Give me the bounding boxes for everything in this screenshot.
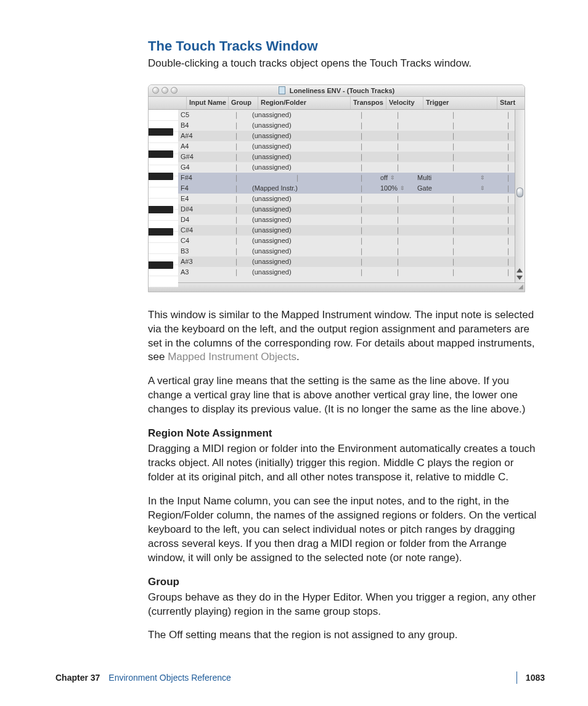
cell-group[interactable]: ❘ bbox=[220, 257, 250, 267]
cell-region-folder[interactable]: (unassigned) bbox=[250, 246, 342, 257]
col-trigger[interactable]: Trigger bbox=[423, 97, 497, 109]
cell-velocity[interactable]: ❘ bbox=[378, 162, 415, 173]
cell-region-folder[interactable]: (unassigned) bbox=[250, 267, 342, 277]
cell-transpos[interactable]: ❘ bbox=[342, 141, 378, 152]
cell-input-name[interactable]: B4 bbox=[178, 120, 220, 131]
cell-trigger[interactable]: ❘ bbox=[415, 110, 489, 120]
cell-transpos[interactable]: ❘ bbox=[342, 110, 378, 120]
cell-region-folder[interactable]: (unassigned) bbox=[250, 120, 342, 131]
piano-key[interactable] bbox=[149, 210, 178, 221]
cell-input-name[interactable]: G4 bbox=[178, 162, 220, 173]
cell-region-folder[interactable]: (unassigned) bbox=[250, 162, 342, 173]
cell-transpos[interactable]: ❘ bbox=[342, 183, 378, 194]
cell-region-folder[interactable]: (unassigned) bbox=[250, 236, 342, 246]
cell-velocity[interactable]: ❘ bbox=[378, 246, 415, 257]
cell-trigger[interactable]: ❘ bbox=[415, 204, 489, 215]
table-row[interactable]: A4❘(unassigned)❘❘❘❘ bbox=[178, 141, 525, 152]
col-start[interactable]: Start bbox=[497, 97, 525, 109]
window-traffic-lights[interactable] bbox=[152, 87, 178, 94]
cell-trigger[interactable]: ❘ bbox=[415, 120, 489, 131]
cell-velocity[interactable]: off⇳ bbox=[378, 173, 415, 183]
cell-region-folder[interactable]: (Mapped Instr.) bbox=[250, 183, 342, 194]
cell-input-name[interactable]: A4 bbox=[178, 141, 220, 152]
col-region-folder[interactable]: Region/Folder bbox=[258, 97, 351, 109]
cell-velocity[interactable]: ❘ bbox=[378, 236, 415, 246]
piano-key[interactable] bbox=[149, 232, 178, 243]
cell-trigger[interactable]: ❘ bbox=[415, 215, 489, 225]
cell-velocity[interactable]: ❘ bbox=[378, 141, 415, 152]
cell-velocity[interactable]: ❘ bbox=[378, 215, 415, 225]
table-row[interactable]: D4❘(unassigned)❘❘❘❘ bbox=[178, 215, 525, 225]
cell-trigger[interactable]: ❘ bbox=[415, 152, 489, 162]
cell-group[interactable]: ❘ bbox=[220, 194, 250, 204]
cell-velocity[interactable]: ❘ bbox=[378, 152, 415, 162]
piano-key[interactable] bbox=[149, 243, 178, 254]
cell-trigger[interactable]: ❘ bbox=[415, 246, 489, 257]
table-row[interactable]: E4❘(unassigned)❘❘❘❘ bbox=[178, 194, 525, 204]
col-input-name[interactable]: Input Name bbox=[187, 97, 229, 109]
cell-input-name[interactable]: C#4 bbox=[178, 225, 220, 236]
cell-region-folder[interactable]: (unassigned) bbox=[250, 204, 342, 215]
cell-input-name[interactable]: D#4 bbox=[178, 204, 220, 215]
cell-input-name[interactable]: A#4 bbox=[178, 131, 220, 141]
cell-region-folder[interactable]: (unassigned) bbox=[250, 152, 342, 162]
cell-group[interactable]: ❘ bbox=[220, 131, 250, 141]
cell-region-folder[interactable]: (unassigned) bbox=[250, 225, 342, 236]
table-row[interactable]: C#4❘(unassigned)❘❘❘❘ bbox=[178, 225, 525, 236]
table-row[interactable]: D#4❘(unassigned)❘❘❘❘ bbox=[178, 204, 525, 215]
cell-group[interactable]: ❘ bbox=[220, 173, 250, 183]
resize-grip-icon[interactable]: ◢ bbox=[518, 282, 523, 291]
cell-region-folder[interactable]: ❘ bbox=[250, 173, 342, 183]
cell-velocity[interactable]: ❘ bbox=[378, 267, 415, 277]
zoom-icon[interactable] bbox=[171, 87, 178, 94]
piano-key[interactable] bbox=[149, 132, 178, 143]
cell-input-name[interactable]: F#4 bbox=[178, 173, 220, 183]
piano-key[interactable] bbox=[149, 110, 178, 121]
cell-group[interactable]: ❘ bbox=[220, 110, 250, 120]
close-icon[interactable] bbox=[152, 87, 159, 94]
cell-input-name[interactable]: A3 bbox=[178, 267, 220, 277]
black-key[interactable] bbox=[149, 150, 173, 158]
col-transpos[interactable]: Transpos bbox=[351, 97, 386, 109]
cell-group[interactable]: ❘ bbox=[220, 183, 250, 194]
piano-key[interactable] bbox=[149, 176, 178, 187]
table-row[interactable]: A#4❘(unassigned)❘❘❘❘ bbox=[178, 131, 525, 141]
cell-trigger[interactable]: ❘ bbox=[415, 131, 489, 141]
black-key[interactable] bbox=[149, 128, 173, 136]
cell-input-name[interactable]: A#3 bbox=[178, 257, 220, 267]
cell-input-name[interactable]: C4 bbox=[178, 236, 220, 246]
black-key[interactable] bbox=[149, 228, 173, 236]
piano-key[interactable] bbox=[149, 265, 178, 276]
cell-transpos[interactable]: ❘ bbox=[342, 246, 378, 257]
cell-transpos[interactable]: ❘ bbox=[342, 162, 378, 173]
table-row[interactable]: F#4❘❘❘off⇳Multi⇳❘ bbox=[178, 173, 525, 183]
cell-trigger[interactable]: Multi⇳ bbox=[415, 173, 489, 183]
scroll-down-icon[interactable] bbox=[517, 276, 523, 280]
cell-group[interactable]: ❘ bbox=[220, 152, 250, 162]
cell-transpos[interactable]: ❘ bbox=[342, 131, 378, 141]
table-row[interactable]: A#3❘(unassigned)❘❘❘❘ bbox=[178, 257, 525, 267]
cell-input-name[interactable]: D4 bbox=[178, 215, 220, 225]
piano-key[interactable] bbox=[149, 154, 178, 165]
cell-trigger[interactable]: ❘ bbox=[415, 267, 489, 277]
cell-velocity[interactable]: 100%⇳ bbox=[378, 183, 415, 194]
black-key[interactable] bbox=[149, 173, 173, 180]
cell-velocity[interactable]: ❘ bbox=[378, 120, 415, 131]
cell-group[interactable]: ❘ bbox=[220, 225, 250, 236]
table-row[interactable]: C5❘(unassigned)❘❘❘❘ bbox=[178, 110, 525, 120]
minimize-icon[interactable] bbox=[161, 87, 168, 94]
cell-group[interactable]: ❘ bbox=[220, 162, 250, 173]
cell-input-name[interactable]: F4 bbox=[178, 183, 220, 194]
black-key[interactable] bbox=[149, 206, 173, 213]
horizontal-scrollbar[interactable]: ◢ bbox=[149, 282, 525, 292]
scroll-up-icon[interactable] bbox=[517, 268, 523, 273]
cell-region-folder[interactable]: (unassigned) bbox=[250, 141, 342, 152]
cell-group[interactable]: ❘ bbox=[220, 267, 250, 277]
table-row[interactable]: B4❘(unassigned)❘❘❘❘ bbox=[178, 120, 525, 131]
cell-region-folder[interactable]: (unassigned) bbox=[250, 215, 342, 225]
mapped-instrument-objects-link[interactable]: Mapped Instrument Objects bbox=[168, 351, 296, 363]
cell-input-name[interactable]: C5 bbox=[178, 110, 220, 120]
cell-trigger[interactable]: ❘ bbox=[415, 162, 489, 173]
cell-trigger[interactable]: ❘ bbox=[415, 141, 489, 152]
table-row[interactable]: G4❘(unassigned)❘❘❘❘ bbox=[178, 162, 525, 173]
